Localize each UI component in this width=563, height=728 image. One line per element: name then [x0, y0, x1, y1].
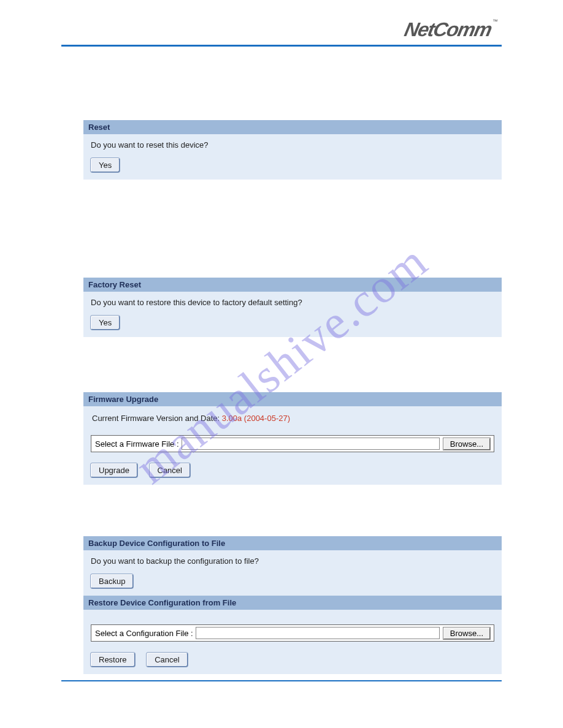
factory-reset-body: Do you want to restore this device to fa… — [83, 292, 502, 337]
reset-title: Reset — [83, 120, 502, 134]
reset-yes-button[interactable]: Yes — [91, 158, 120, 172]
spacer — [83, 337, 502, 392]
firmware-upgrade-body: Current Firmware Version and Date: 3.00a… — [83, 406, 502, 485]
restore-panel: Restore Device Configuration from File S… — [83, 596, 502, 674]
logo-wrap: NetComm™ — [61, 18, 502, 41]
factory-reset-panel: Factory Reset Do you want to restore thi… — [83, 278, 502, 337]
firmware-file-row: Select a Firmware File : Browse... — [91, 435, 494, 452]
page: manualshive.com NetComm™ Reset Do you wa… — [0, 0, 563, 728]
reset-question: Do you want to reset this device? — [91, 140, 496, 150]
backup-panel: Backup Device Configuration to File Do y… — [83, 536, 502, 596]
firmware-file-input[interactable] — [182, 438, 440, 450]
restore-browse-button[interactable]: Browse... — [443, 628, 490, 639]
firmware-upgrade-title: Firmware Upgrade — [83, 392, 502, 406]
firmware-upgrade-button[interactable]: Upgrade — [91, 463, 137, 477]
page-header: NetComm™ — [0, 0, 563, 47]
factory-reset-question: Do you want to restore this device to fa… — [91, 298, 496, 307]
spacer — [83, 180, 502, 278]
spacer — [83, 485, 502, 536]
backup-title: Backup Device Configuration to File — [83, 536, 502, 550]
reset-body: Do you want to reset this device? Yes — [83, 134, 502, 180]
firmware-version-row: Current Firmware Version and Date: 3.00a… — [92, 414, 493, 423]
footer-divider — [61, 680, 502, 681]
firmware-version-label: Current Firmware Version and Date: — [92, 414, 222, 423]
restore-cancel-button[interactable]: Cancel — [147, 653, 187, 667]
firmware-file-label: Select a Firmware File : — [95, 439, 179, 449]
restore-file-input[interactable] — [196, 627, 440, 639]
reset-panel: Reset Do you want to reset this device? … — [83, 120, 502, 180]
firmware-upgrade-panel: Firmware Upgrade Current Firmware Versio… — [83, 392, 502, 485]
firmware-cancel-button[interactable]: Cancel — [150, 463, 190, 477]
backup-body: Do you want to backup the configuration … — [83, 550, 502, 596]
backup-button[interactable]: Backup — [91, 574, 133, 588]
factory-reset-title: Factory Reset — [83, 278, 502, 292]
restore-button-row: Restore Cancel — [90, 653, 496, 667]
factory-reset-yes-button[interactable]: Yes — [91, 316, 120, 330]
restore-file-row: Select a Configuration File : Browse... — [91, 624, 494, 642]
content-area: Reset Do you want to reset this device? … — [0, 47, 563, 674]
backup-question: Do you want to backup the configuration … — [91, 556, 496, 566]
restore-title: Restore Device Configuration from File — [83, 596, 502, 610]
firmware-button-row: Upgrade Cancel — [90, 463, 496, 477]
firmware-version-value: 3.00a (2004-05-27) — [222, 414, 290, 423]
brand-logo: NetComm — [402, 18, 493, 41]
restore-body: Select a Configuration File : Browse... … — [83, 610, 502, 674]
firmware-browse-button[interactable]: Browse... — [443, 438, 490, 450]
restore-button[interactable]: Restore — [91, 653, 135, 667]
restore-file-label: Select a Configuration File : — [95, 629, 193, 638]
